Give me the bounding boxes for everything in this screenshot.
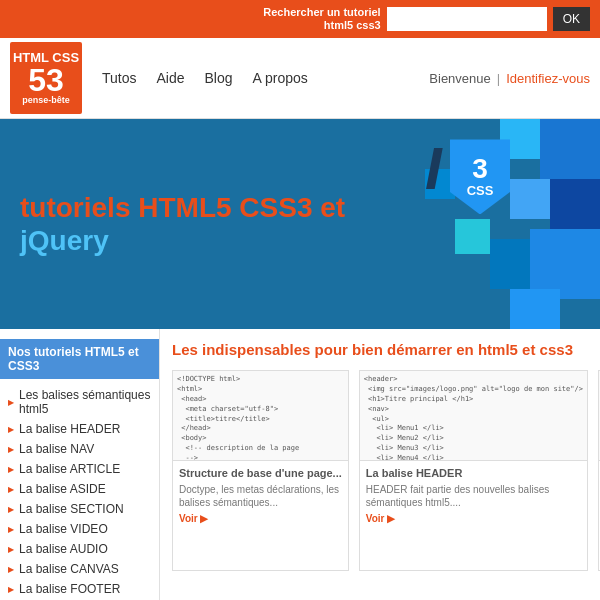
nav-tutos[interactable]: Tutos [102, 70, 137, 86]
sidebar-item-6[interactable]: La balise VIDEO [0, 519, 159, 539]
sidebar-item-1[interactable]: La balise HEADER [0, 419, 159, 439]
hero-banner: tutoriels HTML5 CSS3 et jQuery I 3 CSS [0, 119, 600, 329]
main-content: Les indispensables pour bien démarrer en… [160, 329, 600, 600]
sq10 [560, 299, 600, 329]
card-1-image: <header> <img src="images/logo.png" alt=… [360, 371, 587, 461]
sidebar-item-9[interactable]: La balise FOOTER [0, 579, 159, 599]
sidebar-item-4[interactable]: La balise ASIDE [0, 479, 159, 499]
sq3 [550, 179, 600, 229]
shield-text: CSS [467, 183, 494, 198]
sidebar-item-5[interactable]: La balise SECTION [0, 499, 159, 519]
section-title: Les indispensables pour bien démarrer en… [172, 341, 600, 358]
sidebar-item-3[interactable]: La balise ARTICLE [0, 459, 159, 479]
hero-decorative-squares: I 3 CSS [400, 119, 600, 329]
card-0-link[interactable]: Voir ▶ [179, 513, 208, 524]
sidebar-item-7[interactable]: La balise AUDIO [0, 539, 159, 559]
cards-row: <!DOCTYPE html> <html> <head> <meta char… [172, 370, 600, 571]
logo-number: 53 [28, 64, 64, 96]
sq11 [510, 289, 560, 329]
logo: HTML CSS 53 pense-bête [10, 42, 82, 114]
sidebar-item-0[interactable]: Les balises sémantiques html5 [0, 385, 159, 419]
sidebar-item-2[interactable]: La balise NAV [0, 439, 159, 459]
card-0-image: <!DOCTYPE html> <html> <head> <meta char… [173, 371, 348, 461]
main-nav: Tutos Aide Blog A propos [102, 70, 429, 86]
css-shield: 3 CSS [450, 139, 510, 214]
css-i-letter: I [425, 139, 442, 199]
nav-blog[interactable]: Blog [205, 70, 233, 86]
card-1-body: La balise HEADER HEADER fait partie des … [360, 461, 587, 531]
welcome-text: Bienvenue [429, 71, 490, 86]
search-button[interactable]: OK [553, 7, 590, 31]
shield-number: 3 [472, 155, 488, 183]
hero-title-line2: jQuery [20, 224, 345, 258]
sq1 [540, 119, 600, 179]
nav-right: Bienvenue | Identifiez-vous [429, 71, 590, 86]
sidebar: Nos tutoriels HTML5 et CSS3 Les balises … [0, 329, 160, 600]
card-1-title: La balise HEADER [366, 467, 581, 479]
content-area: Nos tutoriels HTML5 et CSS3 Les balises … [0, 329, 600, 600]
nav-aide[interactable]: Aide [157, 70, 185, 86]
card-0-body: Structure de base d'une page... Doctype,… [173, 461, 348, 531]
sq4 [510, 179, 550, 219]
hero-title-line1: tutoriels HTML5 CSS3 et [20, 191, 345, 225]
nav-apropos[interactable]: A propos [253, 70, 308, 86]
top-bar: Rechercher un tutoriel html5 css3 OK [0, 0, 600, 38]
card-0-desc: Doctype, les metas déclarations, les bal… [179, 483, 342, 509]
sq7 [490, 239, 530, 289]
logo-sub: pense-bête [22, 96, 70, 105]
search-label: Rechercher un tutoriel html5 css3 [263, 6, 380, 32]
card-0-code: <!DOCTYPE html> <html> <head> <meta char… [173, 371, 348, 461]
card-0: <!DOCTYPE html> <html> <head> <meta char… [172, 370, 349, 571]
css-shield-wrapper: I 3 CSS [420, 134, 510, 244]
card-0-title: Structure de base d'une page... [179, 467, 342, 479]
search-input[interactable] [387, 7, 547, 31]
login-link[interactable]: Identifiez-vous [506, 71, 590, 86]
sidebar-title: Nos tutoriels HTML5 et CSS3 [0, 339, 159, 379]
card-1-desc: HEADER fait partie des nouvelles balises… [366, 483, 581, 509]
nav-separator: | [497, 71, 500, 86]
header: HTML CSS 53 pense-bête Tutos Aide Blog A… [0, 38, 600, 119]
sidebar-item-8[interactable]: La balise CANVAS [0, 559, 159, 579]
card-1-link[interactable]: Voir ▶ [366, 513, 395, 524]
hero-title: tutoriels HTML5 CSS3 et jQuery [0, 171, 365, 278]
card-1-code: <header> <img src="images/logo.png" alt=… [360, 371, 587, 461]
card-1: <header> <img src="images/logo.png" alt=… [359, 370, 588, 571]
